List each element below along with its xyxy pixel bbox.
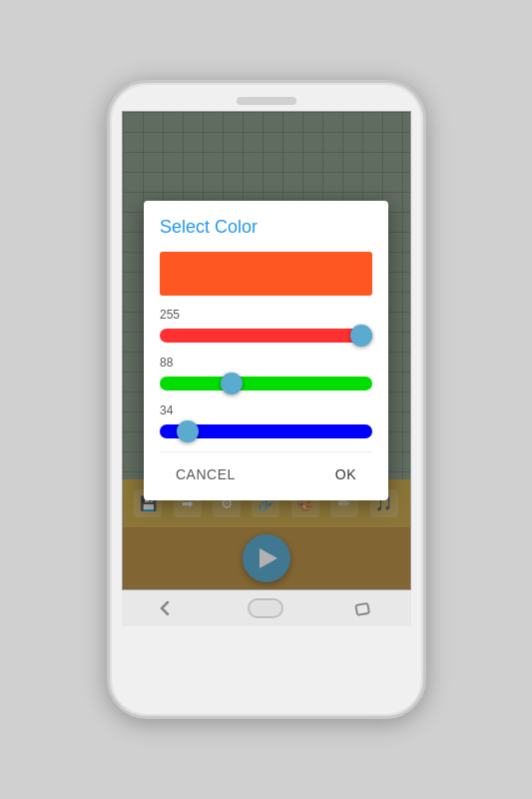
phone-screen: 💾 ➡ ⚙ 🔗 🎨 ✏ 🎵 Select Color 255 (122, 111, 411, 590)
green-slider-track (160, 377, 372, 391)
red-slider-thumb[interactable] (350, 325, 372, 347)
blue-slider-label: 34 (160, 403, 372, 417)
green-slider-thumb[interactable] (221, 373, 243, 395)
blue-slider-wrapper[interactable] (160, 421, 372, 441)
phone-device: 💾 ➡ ⚙ 🔗 🎨 ✏ 🎵 Select Color 255 (107, 80, 426, 719)
red-slider-label: 255 (160, 308, 372, 322)
color-preview-swatch (160, 252, 372, 296)
green-slider-wrapper[interactable] (160, 374, 372, 394)
red-slider-track (160, 329, 372, 343)
blue-slider-track (160, 424, 372, 438)
blue-slider-thumb[interactable] (177, 420, 199, 442)
color-select-dialog: Select Color 255 88 34 (144, 201, 388, 500)
nav-back-button[interactable] (152, 597, 188, 619)
nav-recent-button[interactable] (344, 597, 380, 619)
nav-home-oval (248, 598, 283, 618)
red-slider-wrapper[interactable] (160, 326, 372, 346)
cancel-button[interactable]: Cancel (160, 460, 252, 488)
phone-nav-bar (122, 590, 411, 626)
nav-home-button[interactable] (248, 597, 283, 619)
phone-speaker (237, 97, 296, 105)
svg-rect-0 (356, 603, 370, 615)
dialog-overlay: Select Color 255 88 34 (123, 112, 410, 589)
green-slider-label: 88 (160, 356, 372, 370)
ok-button[interactable]: OK (319, 460, 372, 488)
dialog-actions: Cancel OK (160, 451, 372, 488)
dialog-title: Select Color (160, 217, 372, 238)
